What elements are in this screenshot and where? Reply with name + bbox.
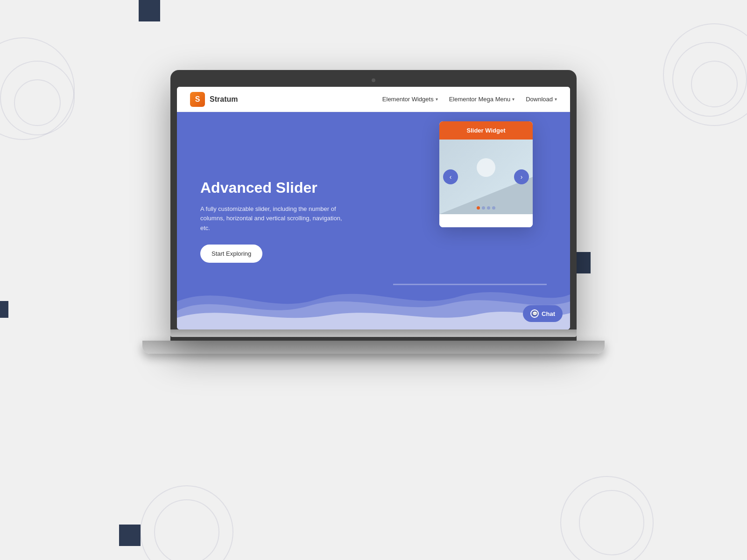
circle-deco-4 bbox=[663, 23, 747, 126]
chat-label: Chat bbox=[542, 310, 555, 317]
nav-item-elementor-widgets[interactable]: Elementor Widgets ▾ bbox=[382, 96, 438, 103]
brand: S Stratum bbox=[190, 92, 238, 107]
slider-dot-3[interactable] bbox=[487, 206, 490, 210]
circle-deco-9 bbox=[560, 476, 654, 560]
circle-deco-6 bbox=[691, 61, 738, 107]
square-deco-3 bbox=[0, 301, 8, 318]
chat-button[interactable]: 💬 Chat bbox=[523, 305, 563, 322]
circle-deco-1 bbox=[0, 37, 75, 140]
circle-deco-3 bbox=[14, 79, 61, 126]
hero-title: Advanced Slider bbox=[200, 179, 350, 196]
slider-circle-deco bbox=[477, 158, 495, 177]
nav-label-download: Download bbox=[526, 96, 553, 103]
chevron-down-icon-2: ▾ bbox=[512, 97, 514, 102]
widget-card-header: Slider Widget bbox=[439, 121, 533, 140]
slider-dot-4[interactable] bbox=[492, 206, 495, 210]
circle-deco-10 bbox=[579, 490, 644, 555]
laptop-screen: S Stratum Elementor Widgets ▾ Elementor … bbox=[177, 87, 570, 329]
nav-links: Elementor Widgets ▾ Elementor Mega Menu … bbox=[382, 96, 557, 103]
nav-label-mega-menu: Elementor Mega Menu bbox=[449, 96, 511, 103]
nav-item-download[interactable]: Download ▾ bbox=[526, 96, 557, 103]
laptop-body: S Stratum Elementor Widgets ▾ Elementor … bbox=[170, 70, 577, 341]
website: S Stratum Elementor Widgets ▾ Elementor … bbox=[177, 87, 570, 329]
laptop: S Stratum Elementor Widgets ▾ Elementor … bbox=[170, 70, 577, 354]
hero-content: Advanced Slider A fully customizable sli… bbox=[177, 160, 373, 281]
navbar: S Stratum Elementor Widgets ▾ Elementor … bbox=[177, 87, 570, 112]
nav-item-mega-menu[interactable]: Elementor Mega Menu ▾ bbox=[449, 96, 515, 103]
nav-label-elementor-widgets: Elementor Widgets bbox=[382, 96, 434, 103]
circle-deco-2 bbox=[0, 61, 75, 135]
square-deco-1 bbox=[139, 0, 160, 21]
widget-card-body: ‹ › bbox=[439, 140, 533, 214]
laptop-camera bbox=[372, 78, 375, 82]
hero-description: A fully customizable slider, including t… bbox=[200, 204, 350, 233]
start-exploring-button[interactable]: Start Exploring bbox=[200, 245, 262, 263]
slider-next-button[interactable]: › bbox=[514, 169, 529, 184]
chevron-down-icon: ▾ bbox=[436, 97, 438, 102]
brand-logo: S bbox=[190, 92, 205, 107]
circle-deco-8 bbox=[154, 499, 219, 560]
slider-widget-card: Slider Widget ‹ › bbox=[439, 121, 533, 227]
brand-logo-letter: S bbox=[195, 95, 200, 104]
square-deco-4 bbox=[119, 525, 141, 546]
circle-deco-7 bbox=[140, 485, 233, 560]
widget-card-footer bbox=[439, 214, 533, 227]
slider-dot-2[interactable] bbox=[482, 206, 485, 210]
laptop-bottom bbox=[142, 341, 605, 354]
circle-deco-5 bbox=[672, 42, 747, 117]
slider-prev-button[interactable]: ‹ bbox=[443, 169, 458, 184]
widget-bottom-line bbox=[393, 284, 547, 285]
laptop-base bbox=[170, 329, 577, 337]
hero-section: Advanced Slider A fully customizable sli… bbox=[177, 112, 570, 329]
brand-name: Stratum bbox=[210, 95, 238, 104]
chevron-down-icon-3: ▾ bbox=[555, 97, 557, 102]
slider-dot-1[interactable] bbox=[477, 206, 480, 210]
slider-dots bbox=[477, 206, 495, 210]
chat-icon: 💬 bbox=[530, 309, 539, 318]
